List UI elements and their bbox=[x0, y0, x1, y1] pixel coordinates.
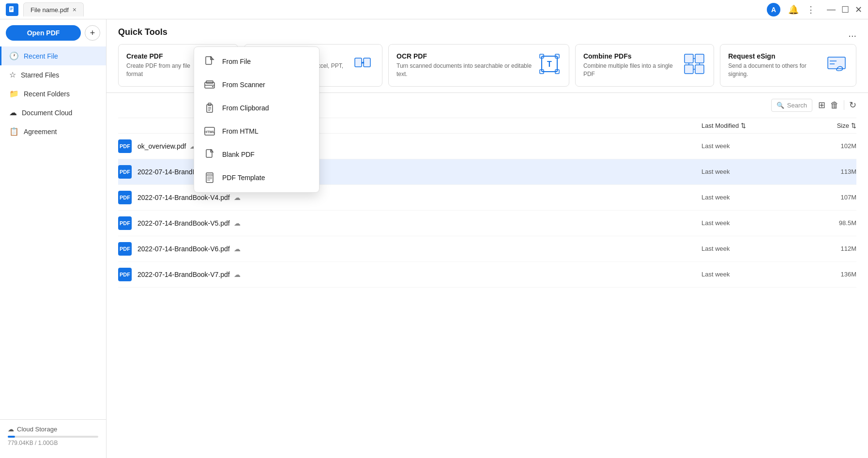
search-box[interactable]: 🔍 Search bbox=[771, 99, 812, 112]
file-name-f3: 2022-07-14-BrandBook-V4.pdf ☁ bbox=[137, 194, 701, 201]
request-esign-title: Request eSign bbox=[728, 52, 819, 60]
trash-button[interactable]: 🗑 bbox=[830, 100, 839, 110]
ocr-pdf-title: OCR PDF bbox=[396, 52, 532, 60]
dropdown-item-from-scanner[interactable]: From Scanner bbox=[194, 73, 319, 96]
dropdown-item-from-clipboard[interactable]: From Clipborad bbox=[194, 96, 319, 120]
from-html-label: From HTML bbox=[222, 127, 259, 135]
sidebar-item-label: Agreement bbox=[24, 128, 57, 136]
cloud-storage-label: ☁ Cloud Storage bbox=[8, 426, 98, 433]
sort-by-size-button[interactable]: Size ⇅ bbox=[837, 122, 856, 129]
from-scanner-label: From Scanner bbox=[222, 81, 265, 89]
svg-rect-12 bbox=[364, 58, 370, 67]
file-modified-f1: Last week bbox=[701, 142, 798, 150]
sidebar: Open PDF + 🕐 Recent File ☆ Starred Files… bbox=[0, 19, 107, 458]
file-size-f2: 113M bbox=[798, 168, 856, 175]
sidebar-navigation: 🕐 Recent File ☆ Starred Files 📁 Recent F… bbox=[0, 46, 106, 141]
file-name-f5: 2022-07-14-BrandBook-V6.pdf ☁ bbox=[137, 245, 701, 253]
app-body: Open PDF + 🕐 Recent File ☆ Starred Files… bbox=[0, 19, 868, 458]
file-name-f6: 2022-07-14-BrandBook-V7.pdf ☁ bbox=[137, 271, 701, 278]
file-modified-f3: Last week bbox=[701, 194, 798, 201]
minimize-button[interactable]: — bbox=[827, 4, 836, 15]
cloud-sync-icon: ☁ bbox=[234, 194, 241, 201]
sidebar-bottom: ☁ Cloud Storage 779.04KB / 1.00GB bbox=[0, 419, 106, 452]
file-icon-f2: PDF bbox=[118, 165, 132, 179]
svg-rect-2 bbox=[10, 9, 13, 9]
user-avatar[interactable]: A bbox=[767, 3, 780, 16]
ocr-pdf-desc: Turn scanned documents into searchable o… bbox=[396, 62, 532, 78]
svg-rect-24 bbox=[828, 57, 845, 69]
col-size-header[interactable]: Size ⇅ bbox=[798, 122, 856, 129]
col-modified-header[interactable]: Last Modified ⇅ bbox=[701, 122, 798, 129]
from-clipboard-icon bbox=[204, 102, 215, 114]
combine-pdfs-title: Combine PDFs bbox=[583, 52, 677, 60]
window-close-button[interactable]: ✕ bbox=[855, 4, 862, 15]
grid-view-button[interactable]: ⊞ bbox=[818, 100, 825, 110]
blank-pdf-label: Blank PDF bbox=[222, 151, 255, 158]
cloud-sync-icon: ☁ bbox=[234, 271, 241, 278]
tool-card-ocr-pdf[interactable]: OCR PDF Turn scanned documents into sear… bbox=[388, 44, 569, 87]
cloud-icon: ☁ bbox=[8, 426, 14, 433]
file-modified-f2: Last week bbox=[701, 168, 798, 175]
blank-pdf-icon bbox=[204, 149, 215, 160]
sidebar-item-label: Recent Folders bbox=[24, 90, 70, 98]
sidebar-item-starred-files[interactable]: ☆ Starred Files bbox=[0, 65, 106, 84]
open-pdf-button[interactable]: Open PDF bbox=[6, 25, 81, 41]
sidebar-item-recent-folders[interactable]: 📁 Recent Folders bbox=[0, 84, 106, 103]
svg-rect-41 bbox=[207, 174, 212, 176]
recent-folders-icon: 📁 bbox=[9, 89, 19, 98]
dropdown-item-from-html[interactable]: HTML From HTML bbox=[194, 120, 319, 143]
tool-card-request-esign[interactable]: Request eSign Send a document to others … bbox=[720, 44, 856, 87]
combine-pdfs-icon bbox=[683, 52, 706, 76]
file-icon-f1: PDF bbox=[118, 139, 132, 153]
sidebar-item-recent-file[interactable]: 🕐 Recent File bbox=[0, 46, 106, 65]
file-size-f4: 98.5M bbox=[798, 219, 856, 227]
main-content: Quick Tools ··· Create PDF Create PDF fr… bbox=[107, 19, 868, 458]
svg-rect-22 bbox=[685, 65, 693, 74]
file-size-f1: 102M bbox=[798, 142, 856, 150]
sidebar-item-document-cloud[interactable]: ☁ Document Cloud bbox=[0, 103, 106, 122]
refresh-button[interactable]: ↻ bbox=[849, 100, 856, 110]
sidebar-item-agreement[interactable]: 📋 Agreement bbox=[0, 122, 106, 141]
file-row[interactable]: PDF 2022-07-14-BrandBook-V7.pdf ☁ Last w… bbox=[118, 262, 856, 288]
dropdown-item-from-file[interactable]: From File bbox=[194, 50, 319, 73]
storage-bar-background bbox=[8, 436, 98, 438]
sidebar-top: Open PDF + bbox=[0, 25, 106, 46]
tool-card-combine-pdfs[interactable]: Combine PDFs Combine multiple files into… bbox=[575, 44, 714, 87]
dropdown-menu: From File From Scanner bbox=[194, 46, 320, 193]
notification-bell-icon[interactable]: 🔔 bbox=[788, 4, 799, 15]
toolbar-icons: ⊞ 🗑 ↻ bbox=[818, 100, 856, 110]
file-size-f5: 112M bbox=[798, 245, 856, 252]
svg-rect-20 bbox=[685, 54, 693, 63]
quick-tools-title: Quick Tools bbox=[118, 27, 168, 37]
dropdown-item-pdf-template[interactable]: PDF Template bbox=[194, 166, 319, 189]
tab-file[interactable]: File name.pdf × bbox=[23, 2, 84, 16]
create-pdf-title: Create PDF bbox=[126, 52, 201, 60]
file-modified-f5: Last week bbox=[701, 245, 798, 252]
quick-tools-more-button[interactable]: ··· bbox=[848, 30, 856, 41]
tab-close-icon[interactable]: × bbox=[73, 6, 76, 14]
file-row[interactable]: PDF 2022-07-14-BrandBook-V5.pdf ☁ Last w… bbox=[118, 211, 856, 236]
request-esign-icon bbox=[825, 52, 848, 76]
svg-rect-21 bbox=[695, 54, 704, 63]
storage-bar-fill bbox=[8, 436, 15, 438]
sidebar-item-label: Starred Files bbox=[21, 71, 59, 79]
file-modified-f6: Last week bbox=[701, 271, 798, 278]
convert-pdf-icon: ⇄ bbox=[351, 52, 374, 76]
ocr-pdf-icon: T bbox=[538, 52, 561, 76]
from-clipboard-label: From Clipborad bbox=[222, 104, 269, 112]
file-row[interactable]: PDF 2022-07-14-BrandBook-V6.pdf ☁ Last w… bbox=[118, 236, 856, 262]
new-file-button[interactable]: + bbox=[85, 25, 100, 41]
file-icon-f6: PDF bbox=[118, 268, 132, 281]
titlebar: File name.pdf × A 🔔 ⋮ — ☐ ✕ bbox=[0, 0, 868, 19]
combine-pdfs-desc: Combine multiple files into a single PDF bbox=[583, 62, 677, 78]
file-icon-f4: PDF bbox=[118, 216, 132, 230]
sort-by-modified-button[interactable]: Last Modified ⇅ bbox=[701, 122, 746, 129]
maximize-button[interactable]: ☐ bbox=[841, 4, 849, 15]
document-cloud-icon: ☁ bbox=[9, 108, 17, 117]
dropdown-item-blank-pdf[interactable]: Blank PDF bbox=[194, 143, 319, 166]
request-esign-desc: Send a document to others for signing. bbox=[728, 62, 819, 78]
recent-file-icon: 🕐 bbox=[9, 51, 19, 61]
size-sort-arrows-icon: ⇅ bbox=[851, 122, 856, 129]
more-options-icon[interactable]: ⋮ bbox=[807, 4, 815, 15]
starred-files-icon: ☆ bbox=[9, 70, 16, 79]
